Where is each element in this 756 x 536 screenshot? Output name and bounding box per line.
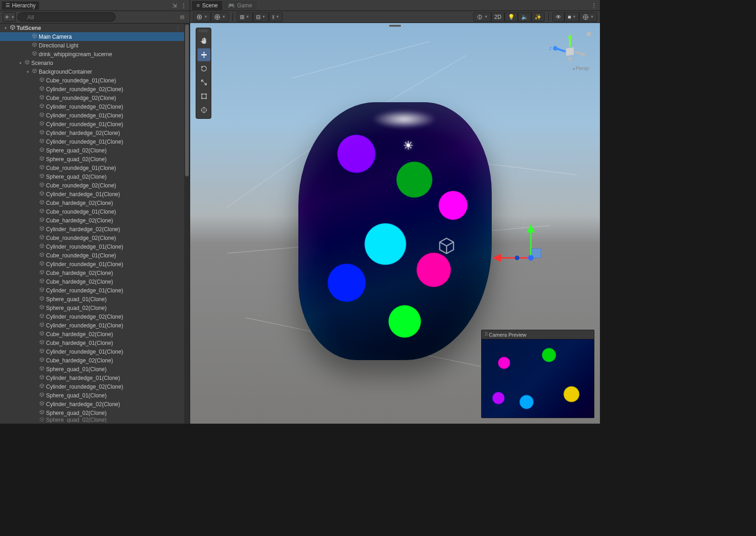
- gameobject-icon: [39, 156, 45, 163]
- hierarchy-row[interactable]: Cube_roundedge_01(Clone): [0, 163, 190, 172]
- hierarchy-row[interactable]: Cube_hardedge_02(Clone): [0, 198, 190, 207]
- projection-label[interactable]: Persp: [576, 65, 589, 71]
- tab-scene[interactable]: ⌗ Scene: [192, 1, 222, 10]
- hierarchy-row[interactable]: Cylinder_roundedge_02(Clone): [0, 102, 190, 111]
- hierarchy-tree[interactable]: ▾ TutScene ⋮ Main CameraDirectional Ligh…: [0, 23, 190, 424]
- hierarchy-row[interactable]: Cylinder_roundedge_02(Clone): [0, 312, 190, 321]
- move-tool-button[interactable]: [198, 48, 210, 61]
- hierarchy-row[interactable]: Cube_hardedge_02(Clone): [0, 277, 190, 286]
- gizmo-lock-icon[interactable]: [587, 32, 591, 36]
- hierarchy-row[interactable]: drink_whippingcream_lucerne: [0, 50, 190, 58]
- hierarchy-row[interactable]: Cylinder_roundedge_01(Clone): [0, 321, 190, 330]
- hierarchy-row[interactable]: Cylinder_roundedge_01(Clone): [0, 137, 190, 146]
- hierarchy-row[interactable]: Sphere_quad_01(Clone): [0, 391, 190, 400]
- hand-tool-button[interactable]: [198, 35, 210, 47]
- expand-toggle[interactable]: ▾: [25, 70, 30, 74]
- scene-tools-overlay[interactable]: [196, 28, 211, 119]
- svg-line-11: [291, 41, 430, 78]
- hierarchy-row[interactable]: Cube_roundedge_01(Clone): [0, 207, 190, 216]
- hierarchy-row[interactable]: Cylinder_roundedge_01(Clone): [0, 286, 190, 295]
- hierarchy-scrollbar[interactable]: [184, 23, 190, 424]
- hierarchy-row[interactable]: Sphere_quad_01(Clone): [0, 295, 190, 303]
- hierarchy-row[interactable]: Main Camera: [0, 32, 190, 41]
- light-gizmo-icon[interactable]: ☀: [403, 139, 413, 153]
- hierarchy-row[interactable]: Cylinder_roundedge_02(Clone): [0, 382, 190, 391]
- gameobject-icon: [31, 68, 38, 75]
- scale-tool-button[interactable]: [198, 76, 210, 89]
- orientation-gizmo[interactable]: y z ◂ Persp: [549, 32, 591, 78]
- tools-drag-handle[interactable]: [199, 29, 208, 32]
- hierarchy-search-input[interactable]: [17, 12, 116, 22]
- hierarchy-row[interactable]: Sphere_quad_02(Clone): [0, 146, 190, 155]
- hierarchy-row[interactable]: Cube_hardedge_02(Clone): [0, 268, 190, 277]
- expand-toggle[interactable]: ▾: [17, 61, 23, 65]
- hierarchy-row[interactable]: Directional Light: [0, 41, 190, 50]
- gizmos-toggle-button[interactable]: ▼: [579, 12, 597, 22]
- hierarchy-row[interactable]: Cube_roundedge_02(Clone): [0, 93, 190, 102]
- expand-toggle[interactable]: ▾: [3, 26, 8, 30]
- debug-draw-button[interactable]: ▼: [473, 12, 491, 22]
- hierarchy-row[interactable]: Cube_roundedge_01(Clone): [0, 251, 190, 260]
- scene-viewport[interactable]: ☀: [190, 23, 600, 424]
- object-gizmo-icon[interactable]: [437, 237, 456, 256]
- visibility-toggle-button[interactable]: 👁: [552, 12, 564, 22]
- hierarchy-row[interactable]: Cylinder_roundedge_01(Clone): [0, 260, 190, 268]
- hierarchy-row[interactable]: Cylinder_hardedge_02(Clone): [0, 400, 190, 408]
- audio-toggle-button[interactable]: 🔈: [518, 12, 531, 22]
- camera-preview-overlay[interactable]: ⠿ Camera Preview: [481, 330, 594, 418]
- hierarchy-row[interactable]: Cylinder_hardedge_02(Clone): [0, 128, 190, 137]
- hierarchy-row[interactable]: ▾BackgroundContainer: [0, 67, 190, 76]
- hierarchy-row[interactable]: Cube_hardedge_01(Clone): [0, 338, 190, 347]
- rotate-tool-button[interactable]: [198, 62, 210, 75]
- hierarchy-row[interactable]: Cylinder_roundedge_01(Clone): [0, 347, 190, 356]
- hierarchy-row[interactable]: Cylinder_roundedge_02(Clone): [0, 85, 190, 93]
- hierarchy-row[interactable]: Cube_roundedge_02(Clone): [0, 233, 190, 242]
- popout-icon[interactable]: ⇲: [170, 1, 179, 10]
- hierarchy-row[interactable]: Cylinder_roundedge_01(Clone): [0, 242, 190, 251]
- scene-root-row[interactable]: ▾ TutScene ⋮: [0, 23, 190, 32]
- hierarchy-row[interactable]: Cylinder_hardedge_02(Clone): [0, 225, 190, 233]
- hierarchy-row[interactable]: Cylinder_roundedge_01(Clone): [0, 111, 190, 120]
- camera-settings-button[interactable]: ■▼: [564, 12, 579, 22]
- drag-handle-icon[interactable]: ⠿: [484, 332, 487, 338]
- lighting-toggle-button[interactable]: 💡: [505, 12, 518, 22]
- hierarchy-row[interactable]: Cube_hardedge_02(Clone): [0, 330, 190, 338]
- draw-mode-button[interactable]: ▼: [193, 12, 211, 22]
- transform-gizmo[interactable]: [480, 216, 554, 290]
- scene-menu-icon[interactable]: ⋮: [175, 25, 180, 31]
- snap-increment-button[interactable]: ⊟▼: [253, 12, 269, 22]
- svg-rect-23: [566, 47, 574, 56]
- hierarchy-row[interactable]: Sphere_quad_02(Clone): [0, 417, 190, 423]
- scroll-thumb[interactable]: [185, 24, 189, 176]
- scene-panel-menu-icon[interactable]: ⋮: [590, 1, 598, 10]
- hierarchy-row[interactable]: Cube_roundedge_02(Clone): [0, 181, 190, 190]
- hierarchy-row[interactable]: ▾Scenario: [0, 58, 190, 67]
- hierarchy-row-label: Cylinder_hardedge_01(Clone): [46, 375, 120, 381]
- hierarchy-row[interactable]: Cylinder_hardedge_01(Clone): [0, 190, 190, 198]
- fx-toggle-button[interactable]: ✨: [531, 12, 545, 22]
- hierarchy-row[interactable]: Sphere_quad_02(Clone): [0, 155, 190, 163]
- hierarchy-row-label: Cylinder_roundedge_02(Clone): [46, 314, 123, 320]
- view-2d-button[interactable]: 2D: [491, 12, 505, 22]
- transform-tool-button[interactable]: [198, 104, 210, 117]
- hierarchy-row[interactable]: Sphere_quad_01(Clone): [0, 365, 190, 373]
- hierarchy-row[interactable]: Sphere_quad_02(Clone): [0, 408, 190, 417]
- hierarchy-row[interactable]: Cube_hardedge_02(Clone): [0, 356, 190, 365]
- hierarchy-tab[interactable]: ☰ Hierarchy: [2, 1, 39, 10]
- hierarchy-row[interactable]: Sphere_quad_02(Clone): [0, 172, 190, 181]
- hierarchy-row[interactable]: Sphere_quad_02(Clone): [0, 303, 190, 312]
- tab-game[interactable]: 🎮 Game: [223, 1, 257, 10]
- shading-mode-button[interactable]: ▼: [211, 12, 229, 22]
- panel-menu-icon[interactable]: ⋮: [180, 1, 188, 10]
- snap-grid-button[interactable]: ⊞▼: [237, 12, 253, 22]
- hierarchy-row-label: Sphere_quad_02(Clone): [46, 174, 106, 180]
- hierarchy-row[interactable]: Cube_roundedge_01(Clone): [0, 76, 190, 85]
- snap-settings-button[interactable]: ⦀▼: [269, 12, 283, 22]
- create-button[interactable]: ＋▼: [3, 12, 16, 22]
- hierarchy-row[interactable]: Cylinder_hardedge_01(Clone): [0, 373, 190, 382]
- hierarchy-row[interactable]: Cube_hardedge_02(Clone): [0, 216, 190, 225]
- rect-tool-button[interactable]: [198, 90, 210, 103]
- search-filter-icon[interactable]: ▤: [180, 14, 184, 19]
- camera-preview-header[interactable]: ⠿ Camera Preview: [482, 330, 594, 339]
- hierarchy-row[interactable]: Cylinder_roundedge_01(Clone): [0, 120, 190, 128]
